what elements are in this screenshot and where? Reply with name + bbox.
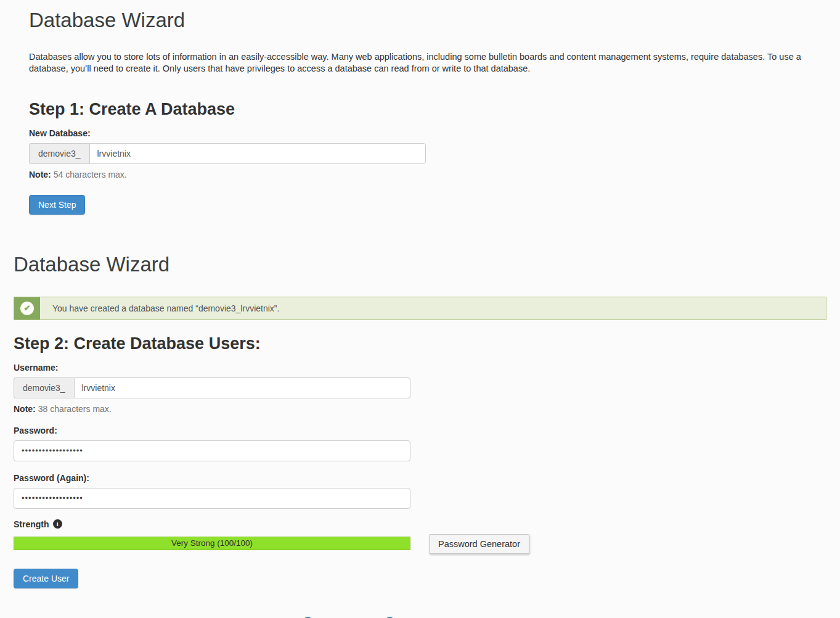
success-message: You have created a database named “demov… xyxy=(40,297,292,319)
username-prefix: demovie3_ xyxy=(14,377,74,398)
note-text: 54 characters max. xyxy=(51,170,127,179)
new-database-label: New Database: xyxy=(29,128,810,138)
database-prefix: demovie3_ xyxy=(29,143,89,164)
database-wizard-page: Database Wizard Databases allow you to s… xyxy=(0,0,840,618)
next-step-button[interactable]: Next Step xyxy=(29,195,85,215)
check-circle-icon: ✔ xyxy=(20,302,34,315)
step1-heading: Step 1: Create A Database xyxy=(29,101,810,119)
password-generator-button[interactable]: Password Generator xyxy=(429,534,529,554)
database-note: Note: 54 characters max. xyxy=(29,170,810,179)
password-label: Password: xyxy=(14,426,826,435)
note-label: Note: xyxy=(29,170,51,179)
note-label: Note: xyxy=(14,404,36,414)
step2-section: Database Wizard ✔ You have created a dat… xyxy=(0,253,840,588)
step1-section: Database Wizard Databases allow you to s… xyxy=(0,0,840,215)
success-icon-band: ✔ xyxy=(14,297,40,319)
new-database-input-group: demovie3_ xyxy=(29,143,426,164)
username-input[interactable] xyxy=(74,377,411,398)
success-alert: ✔ You have created a database named “dem… xyxy=(14,297,826,320)
strength-label: Strength xyxy=(14,519,49,529)
page-title-step2: Database Wizard xyxy=(14,253,826,276)
step2-heading: Step 2: Create Database Users: xyxy=(14,335,826,353)
intro-text: Databases allow you to store lots of inf… xyxy=(29,51,810,75)
password-input[interactable] xyxy=(14,440,410,461)
password-again-label: Password (Again): xyxy=(14,473,826,483)
new-database-input[interactable] xyxy=(89,143,426,164)
page-title: Database Wizard xyxy=(29,9,810,32)
username-note: Note: 38 characters max. xyxy=(14,404,826,414)
username-label: Username: xyxy=(14,363,826,373)
create-user-button[interactable]: Create User xyxy=(14,569,78,588)
note-text: 38 characters max. xyxy=(36,404,112,414)
info-icon[interactable]: i xyxy=(53,519,62,529)
strength-label-row: Strength i xyxy=(14,519,826,529)
strength-meter: Very Strong (100/100) xyxy=(14,537,410,550)
strength-row: Very Strong (100/100) Password Generator xyxy=(14,537,826,554)
password-again-input[interactable] xyxy=(14,488,410,509)
username-input-group: demovie3_ xyxy=(14,377,410,398)
